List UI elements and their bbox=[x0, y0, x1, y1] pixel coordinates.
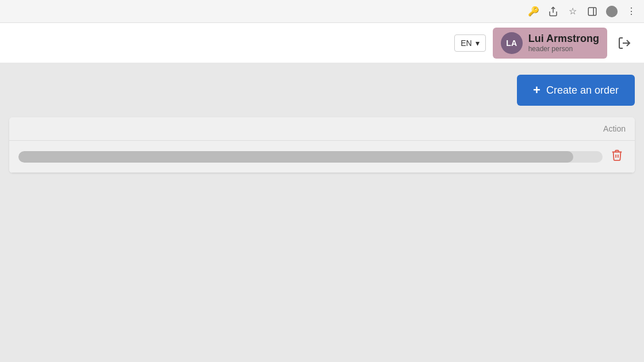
svg-rect-1 bbox=[588, 7, 596, 16]
browser-toolbar: 🔑 ☆ ⋮ bbox=[0, 0, 644, 23]
star-icon[interactable]: ☆ bbox=[567, 6, 578, 17]
user-name: Lui Armstrong bbox=[528, 33, 599, 45]
row-progress-bar bbox=[18, 151, 603, 163]
user-role: header person bbox=[528, 45, 599, 53]
menu-icon[interactable]: ⋮ bbox=[626, 6, 637, 17]
profile-icon[interactable] bbox=[606, 6, 618, 17]
chevron-down-icon: ▾ bbox=[476, 38, 480, 48]
row-progress-fill bbox=[18, 151, 573, 163]
orders-table: Action bbox=[9, 117, 635, 173]
table-row bbox=[9, 141, 635, 173]
table-header: Action bbox=[9, 117, 635, 141]
user-info: Lui Armstrong header person bbox=[528, 33, 599, 53]
create-order-button[interactable]: + Create an order bbox=[517, 75, 635, 106]
delete-button[interactable] bbox=[608, 147, 626, 167]
app-header: EN ▾ LA Lui Armstrong header person bbox=[0, 23, 644, 63]
avatar: LA bbox=[501, 32, 523, 54]
lang-label: EN bbox=[461, 38, 471, 48]
user-badge[interactable]: LA Lui Armstrong header person bbox=[493, 28, 607, 59]
logout-button[interactable] bbox=[614, 33, 635, 53]
share-icon[interactable] bbox=[547, 6, 559, 17]
main-content: + Create an order Action bbox=[0, 63, 644, 362]
action-column-header: Action bbox=[603, 124, 626, 133]
sidebar-toggle-icon[interactable] bbox=[586, 6, 598, 17]
action-bar: + Create an order bbox=[9, 75, 635, 106]
create-order-label: Create an order bbox=[546, 84, 619, 97]
language-selector[interactable]: EN ▾ bbox=[454, 34, 485, 52]
plus-icon: + bbox=[533, 83, 540, 98]
key-icon[interactable]: 🔑 bbox=[528, 6, 539, 17]
